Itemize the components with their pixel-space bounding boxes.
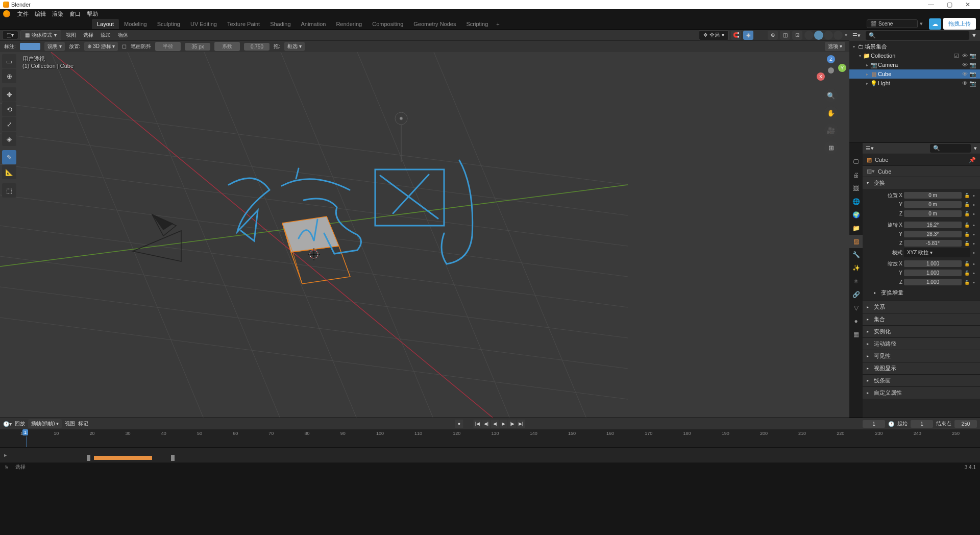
ptab-render[interactable]: 🖵 xyxy=(849,155,863,168)
3d-viewport[interactable]: 用户透视 (1) Collection | Cube ▭ ⊕ ✥ ⟲ ⤢ ◈ ✎… xyxy=(0,52,849,418)
ptab-texture[interactable]: ▦ xyxy=(849,328,863,341)
lock-icon[interactable]: 🔓 xyxy=(963,193,970,198)
camera-icon[interactable]: 📷 xyxy=(969,53,977,59)
stabilize-label[interactable]: 笔画防抖 xyxy=(131,43,151,50)
new-scene-icon[interactable]: ▾ xyxy=(920,20,927,27)
scale-x[interactable]: 1.000 xyxy=(904,260,962,267)
editor-type-selector[interactable]: ⬚▾ xyxy=(2,31,18,39)
options-icon[interactable]: ▾ xyxy=(974,145,977,152)
collection-toggle-icon[interactable]: ☑ xyxy=(952,53,961,59)
outliner-scene-collection[interactable]: ▾🗀 场景集合 xyxy=(849,42,980,51)
keyframe-marker[interactable] xyxy=(87,455,90,461)
clock-icon[interactable]: 🕐 xyxy=(888,421,894,427)
menu-window[interactable]: 窗口 xyxy=(69,10,81,18)
panel-custom-props[interactable]: ▸自定义属性 xyxy=(863,387,980,399)
play[interactable]: ▶ xyxy=(500,420,508,428)
gizmo-toggle[interactable]: ⊕ xyxy=(768,31,778,40)
keyframe-marker[interactable] xyxy=(171,455,175,461)
scale-y[interactable]: 1.000 xyxy=(904,270,962,276)
loc-y[interactable]: 0 m xyxy=(904,201,962,208)
coeff-value[interactable]: 0.750 xyxy=(244,43,270,51)
outliner-search[interactable]: 🔍 xyxy=(866,31,969,40)
tool-cursor[interactable]: ⊕ xyxy=(2,69,16,83)
maximize-button[interactable]: ▢ xyxy=(940,1,959,8)
menu-edit[interactable]: 编辑 xyxy=(35,10,46,18)
tool-scale[interactable]: ⤢ xyxy=(2,117,16,131)
xray-toggle[interactable]: ⊡ xyxy=(792,31,802,40)
props-search[interactable]: 🔍 xyxy=(930,144,971,153)
tool-transform[interactable]: ◈ xyxy=(2,132,16,146)
panel-instancing[interactable]: ▸实例化 xyxy=(863,326,980,337)
radius-value[interactable]: 35 px xyxy=(185,43,210,51)
jump-end[interactable]: ▶| xyxy=(517,420,525,428)
ptab-world[interactable]: 🌍 xyxy=(849,208,863,222)
vp-menu-select[interactable]: 选择 xyxy=(81,31,96,40)
mode-selector[interactable]: ▦ 物体模式 ▾ xyxy=(20,30,61,40)
ptab-physics[interactable]: ⚛ xyxy=(849,275,863,288)
start-frame[interactable]: 1 xyxy=(911,420,933,428)
vp-menu-add[interactable]: 添加 xyxy=(98,31,113,40)
tab-animation[interactable]: Animation xyxy=(296,19,331,29)
panel-collections[interactable]: ▸集合 xyxy=(863,313,980,325)
tab-rendering[interactable]: Rendering xyxy=(331,19,367,29)
tab-layout[interactable]: Layout xyxy=(92,19,119,29)
annotation-color[interactable] xyxy=(20,43,40,50)
ptab-material[interactable]: ● xyxy=(849,314,863,328)
tool-measure[interactable]: 📐 xyxy=(2,165,16,179)
camera-view-button[interactable]: 🎥 xyxy=(824,124,838,137)
tab-scripting[interactable]: Scripting xyxy=(461,19,493,29)
tl-marker[interactable]: 标记 xyxy=(78,420,88,427)
coeff-field[interactable]: 系数 xyxy=(214,42,240,51)
close-button[interactable]: ✕ xyxy=(959,1,977,8)
tl-playback[interactable]: 回放 xyxy=(15,420,25,427)
ptab-scene[interactable]: 🌐 xyxy=(849,195,863,208)
overlays-toggle[interactable]: ◫ xyxy=(780,31,790,40)
props-editor-icon[interactable]: ☰▾ xyxy=(866,145,874,152)
eye-icon[interactable]: 👁 xyxy=(961,62,969,68)
camera-icon[interactable]: 📷 xyxy=(969,80,977,87)
options-dropdown[interactable]: 选项 ▾ xyxy=(825,42,845,51)
camera-icon[interactable]: 📷 xyxy=(969,71,977,78)
upload-button[interactable]: 拖拽上传 xyxy=(943,18,976,30)
outliner-camera[interactable]: ▸📷 Camera 👁 📷 xyxy=(849,60,980,69)
tab-sculpting[interactable]: Sculpting xyxy=(152,19,185,29)
eye-icon[interactable]: 👁 xyxy=(961,80,969,86)
panel-transform-header[interactable]: ▾变换 xyxy=(863,177,980,189)
play-reverse[interactable]: ◀ xyxy=(491,420,499,428)
tab-shading[interactable]: Shading xyxy=(265,19,296,29)
dopesheet-summary[interactable]: ▸ xyxy=(0,447,980,463)
proportional-toggle[interactable]: ◉ xyxy=(743,31,753,40)
outliner-light[interactable]: ▸💡 Light 👁 📷 xyxy=(849,79,980,88)
drag-selector[interactable]: 框选 ▾ xyxy=(284,42,305,51)
ptab-output[interactable]: 🖨 xyxy=(849,168,863,182)
ptab-constraints[interactable]: 🔗 xyxy=(849,288,863,301)
panel-motion[interactable]: ▸运动路径 xyxy=(863,338,980,350)
shade-solid[interactable] xyxy=(814,31,823,40)
panel-lineart[interactable]: ▸线条画 xyxy=(863,375,980,386)
filter-icon[interactable]: ▼ xyxy=(971,32,977,38)
loc-x[interactable]: 0 m xyxy=(904,192,962,199)
annotation-layer[interactable]: 说明 ▾ xyxy=(44,42,65,51)
tab-texpaint[interactable]: Texture Paint xyxy=(222,19,265,29)
tool-rotate[interactable]: ⟲ xyxy=(2,102,16,116)
current-frame[interactable]: 1 xyxy=(863,420,885,428)
outliner-editor-icon[interactable]: ☰▾ xyxy=(852,32,861,39)
tab-uv[interactable]: UV Editing xyxy=(185,19,222,29)
outliner-cube[interactable]: ▸▨ Cube 👁 📷 xyxy=(849,69,980,79)
pan-button[interactable]: ✋ xyxy=(824,106,838,119)
playhead[interactable]: 1 xyxy=(22,429,31,447)
pin-icon[interactable]: 📌 xyxy=(969,157,976,163)
next-keyframe[interactable]: |▶ xyxy=(508,420,517,428)
ortho-toggle-button[interactable]: ⊞ xyxy=(824,141,838,154)
timeline-ruler[interactable]: 1 11020304050607080901001101201301401501… xyxy=(0,429,980,447)
tl-view[interactable]: 视图 xyxy=(65,420,75,427)
panel-visibility[interactable]: ▸可见性 xyxy=(863,350,980,362)
tool-add-cube[interactable]: ⬚ xyxy=(2,183,16,198)
rot-z[interactable]: -5.81° xyxy=(904,240,962,247)
rot-y[interactable]: 28.3° xyxy=(904,231,962,237)
timeline-editor-icon[interactable]: 🕐▾ xyxy=(3,421,12,427)
zoom-button[interactable]: 🔍 xyxy=(824,89,838,102)
tab-compositing[interactable]: Compositing xyxy=(367,19,408,29)
shade-wireframe[interactable] xyxy=(804,31,814,40)
eye-icon[interactable]: 👁 xyxy=(961,71,969,77)
